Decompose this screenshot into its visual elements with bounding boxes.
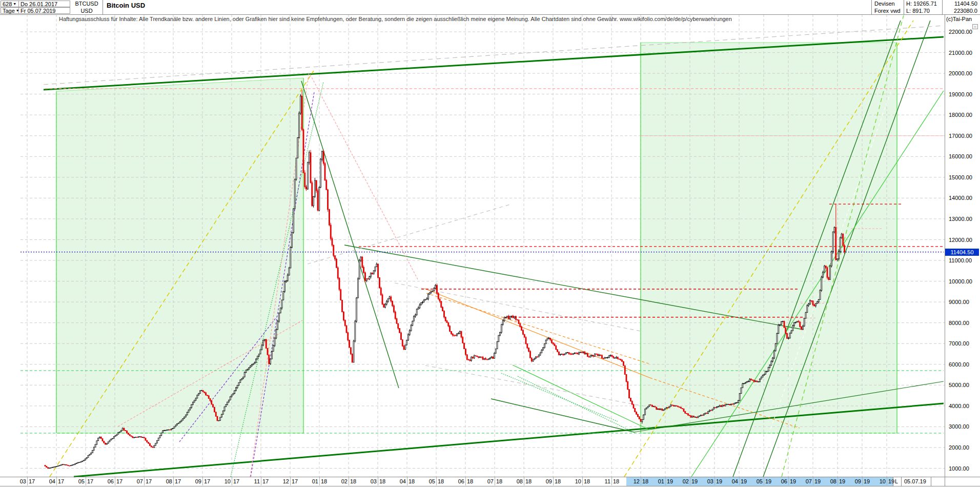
time-axis-tick: [690, 477, 690, 485]
time-axis-month: 03: [369, 478, 377, 484]
session-low: L: 891.70: [906, 8, 930, 14]
time-axis-month: 07: [804, 478, 812, 484]
time-axis-year: 17: [87, 478, 93, 484]
time-axis-month: 10: [878, 478, 886, 484]
time-axis-tick: [407, 477, 407, 485]
downtrend-steep-2018: [301, 81, 399, 388]
price-axis-label: 8000.00: [949, 320, 978, 326]
period-count-dropdown[interactable]: 628 ▼: [1, 1, 19, 7]
time-axis-tick: [465, 477, 466, 485]
time-axis-month: 12: [281, 478, 289, 484]
symbol-value: BTCUSD: [75, 1, 98, 7]
time-axis-month: 02: [340, 478, 348, 484]
time-axis-tick: [838, 477, 838, 485]
price-chart[interactable]: [0, 0, 980, 488]
instrument-title: Bitcoin USD: [107, 2, 145, 9]
timeframe-dropdown[interactable]: Tage ▼: [1, 7, 19, 14]
period-count-value: 628: [3, 1, 12, 7]
chevron-down-icon: ▼: [13, 2, 16, 6]
price-axis-label: 18000.00: [949, 112, 978, 118]
time-axis-month: 01: [311, 478, 318, 484]
time-axis-tick: [582, 477, 583, 485]
time-axis-year: 18: [584, 478, 590, 484]
time-axis-year: 18: [525, 478, 532, 484]
time-axis-tick: [27, 477, 28, 485]
downtrend-to-dec-low: [491, 399, 634, 432]
time-axis-year: 19: [888, 478, 894, 484]
time-axis-tick: [714, 477, 715, 485]
price-axis-label: 17000.00: [949, 133, 978, 139]
time-axis-tick: [349, 477, 349, 485]
price-axis-label: 16000.00: [949, 153, 978, 159]
time-axis-month: 06: [106, 478, 114, 484]
time-axis-year: 17: [262, 478, 269, 484]
time-axis-tick: [788, 477, 789, 485]
time-axis-year: 19: [864, 478, 870, 484]
time-axis-tick: [144, 477, 145, 485]
time-axis-tick: [56, 477, 57, 485]
time-axis-month: 08: [165, 478, 172, 484]
date-to-field[interactable]: Fr 05.07.2019: [18, 7, 70, 14]
time-axis-month: 08: [829, 478, 836, 484]
time-axis-tick: [495, 477, 495, 485]
time-axis-month: 09: [853, 478, 861, 484]
gray-rising-mid: [308, 204, 512, 264]
time-axis-month: 11: [252, 478, 260, 484]
time-axis-tick: [173, 477, 174, 485]
time-axis-year: 19: [716, 478, 722, 484]
time-axis-year: 19: [691, 478, 698, 484]
currency-label: USD: [71, 7, 102, 14]
time-axis-month: 05: [77, 478, 85, 484]
time-axis-year: 17: [175, 478, 181, 484]
time-axis-month: 10: [223, 478, 231, 484]
time-axis-month: 12: [632, 478, 640, 484]
date-from-field[interactable]: Do 26.01.2017: [18, 1, 70, 7]
last-date-label: 05.07.19: [904, 478, 926, 484]
time-axis-tick: [319, 477, 320, 485]
time-axis-month: 10: [574, 478, 581, 484]
gray-falling-a: [395, 283, 643, 332]
time-axis-month: 04: [48, 478, 55, 484]
time-axis-month: 03: [18, 478, 26, 484]
time-axis-month: 04: [730, 478, 738, 484]
time-axis-month: 06: [780, 478, 787, 484]
down-dotted-b: [518, 376, 636, 433]
time-axis-year: 18: [467, 478, 473, 484]
orange-downtrend-dashed: [426, 293, 650, 364]
date-from-value: Do 26.01.2017: [21, 1, 57, 7]
disclaimer-text: Haftungsausschluss für Inhalte: Alle Tre…: [59, 16, 732, 22]
price-axis-label: 15000.00: [949, 174, 978, 180]
price-axis-label: 6000.00: [949, 361, 978, 368]
time-axis-year: 17: [29, 478, 35, 484]
last-bar-marker: L: [895, 478, 898, 484]
time-axis-year: 18: [409, 478, 415, 484]
price-axis-label: 4000.00: [949, 403, 978, 409]
time-axis-year: 18: [555, 478, 561, 484]
volume-header: 223080.0: [946, 8, 977, 14]
time-axis-month: 03: [706, 478, 713, 484]
time-axis-tick: [739, 477, 740, 485]
price-axis-label: 22000.00: [949, 29, 978, 35]
price-axis-label: 2000.00: [949, 444, 978, 451]
copyright-label: (c)Tai-Pan: [946, 16, 972, 22]
time-axis-month: 05: [755, 478, 763, 484]
time-axis-tick: [524, 477, 524, 485]
time-axis-month: 01: [657, 478, 664, 484]
time-axis-tick: [641, 477, 641, 485]
time-axis-year: 18: [613, 478, 619, 484]
time-axis-year: 19: [790, 478, 796, 484]
last-price-axis-chip: 11404.50: [945, 249, 979, 256]
time-axis-tick: [553, 477, 554, 485]
time-axis-tick: [232, 477, 232, 485]
time-axis-year: 19: [765, 478, 771, 484]
session-high: H: 19265.71: [906, 1, 937, 7]
time-axis-tick: [115, 477, 115, 485]
feed-name: Devisen: [874, 1, 895, 7]
last-price-header: 11404.50: [946, 1, 977, 7]
feed-source: Forex vwd: [874, 8, 901, 14]
time-axis-month: 11: [603, 478, 610, 484]
time-axis-year: 18: [642, 478, 648, 484]
price-axis-label: 11000.00: [949, 257, 978, 263]
time-axis-year: 17: [292, 478, 298, 484]
time-axis-month: 07: [135, 478, 143, 484]
